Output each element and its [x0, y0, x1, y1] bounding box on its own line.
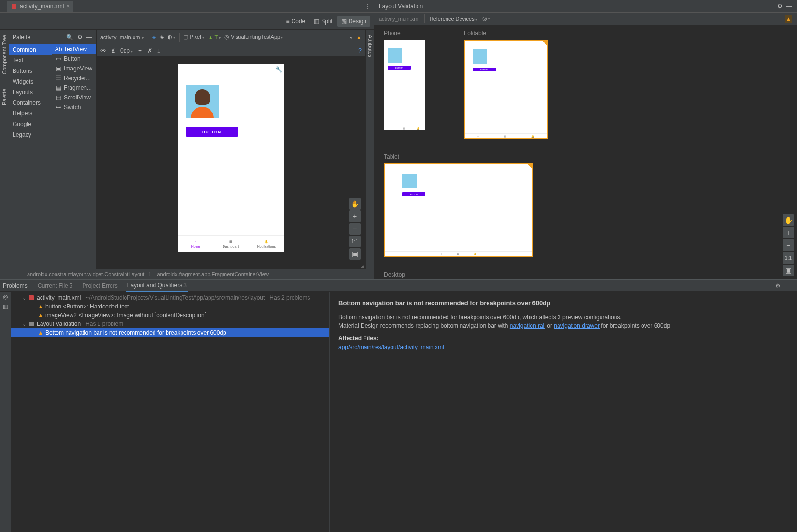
- phone-preview[interactable]: 🔧 BUTTON ⌂Home ▦Dashboard 🔔Notifications: [178, 64, 284, 252]
- devices-dropdown[interactable]: Reference Devices▾: [430, 16, 477, 22]
- code-icon: ≡: [286, 18, 290, 25]
- palette-item-imageview[interactable]: ▣ImageView: [52, 64, 96, 73]
- zoom-in-button[interactable]: +: [783, 227, 794, 238]
- nav-dashboard[interactable]: ▦Dashboard: [213, 236, 249, 252]
- design-toolbar-secondary: 👁 ⊻ 0dp▾ ✦ ✗ 𝙸 ?: [97, 44, 365, 57]
- palette-item-fragment[interactable]: ▤Fragmen...: [52, 83, 96, 93]
- tree-warning-node[interactable]: ▲ imageView2 <ImageView>: Image without …: [11, 311, 329, 320]
- zoom-fit-button[interactable]: 1:1: [349, 236, 361, 247]
- zoom-fit-button[interactable]: 1:1: [783, 252, 794, 264]
- tab-current-file[interactable]: Current File5: [37, 280, 73, 291]
- link-nav-drawer[interactable]: navigation drawer: [554, 322, 600, 329]
- design-mode-button[interactable]: ▧ Design: [337, 16, 370, 27]
- device-label: Tablet: [384, 154, 533, 160]
- zoom-out-button[interactable]: −: [349, 223, 361, 235]
- breadcrumb-item[interactable]: androidx.fragment.app.FragmentContainerV…: [157, 271, 269, 277]
- eye-icon[interactable]: 👁: [100, 47, 106, 54]
- close-icon[interactable]: ×: [66, 3, 70, 10]
- zoom-actual-button[interactable]: ▣: [349, 248, 361, 260]
- affected-file-link[interactable]: app/src/main/res/layout/activity_main.xm…: [338, 343, 788, 351]
- layout-icon[interactable]: ▥: [3, 303, 8, 310]
- app-dropdown[interactable]: ◎ VisualLintingTestApp▾: [224, 34, 283, 40]
- switch-icon: ⊷: [55, 104, 62, 111]
- nav-home[interactable]: ⌂Home: [178, 236, 213, 252]
- palette-cat-layouts[interactable]: Layouts: [9, 87, 52, 98]
- tree-group-node[interactable]: ⌄ Layout Validation Has 1 problem: [11, 320, 329, 328]
- palette-cat-legacy[interactable]: Legacy: [9, 129, 52, 140]
- warning-icon[interactable]: ▲: [356, 34, 362, 40]
- minimize-icon[interactable]: —: [788, 282, 794, 289]
- layout-validation-panel: Layout Validation ⚙ — activity_main.xml …: [374, 0, 797, 279]
- zoom-actual-button[interactable]: ▣: [783, 265, 794, 276]
- minimize-icon[interactable]: —: [86, 34, 92, 41]
- device-tablet: Tablet BUTTON ⌂▦🔔: [384, 154, 533, 257]
- palette-cat-containers[interactable]: Containers: [9, 98, 52, 108]
- palette-side-tab[interactable]: Palette: [1, 89, 7, 105]
- avatar-image[interactable]: [186, 85, 219, 118]
- minimize-icon[interactable]: —: [786, 3, 792, 10]
- breadcrumb-item[interactable]: androidx.constraintlayout.widget.Constra…: [27, 271, 144, 277]
- palette-cat-google[interactable]: Google: [9, 119, 52, 129]
- device-dropdown[interactable]: ▢ Pixel▾: [183, 34, 204, 40]
- bell-icon: 🔔: [264, 240, 268, 244]
- split-mode-button[interactable]: ▥ Split: [310, 16, 336, 27]
- clear-icon[interactable]: ✗: [147, 47, 152, 54]
- palette-item-button[interactable]: ▭Button: [52, 54, 96, 64]
- surface-icon[interactable]: ◈: [152, 34, 156, 40]
- attributes-side-tab[interactable]: Attributes: [367, 35, 373, 57]
- problems-tab-bar: Problems: Current File5 Project Errors L…: [0, 280, 797, 292]
- palette-cat-text[interactable]: Text: [9, 55, 52, 66]
- warning-icon[interactable]: ▲: [785, 15, 792, 23]
- palette-cat-buttons[interactable]: Buttons: [9, 66, 52, 76]
- resize-corner-icon[interactable]: ◢: [361, 263, 364, 268]
- search-icon[interactable]: 🔍: [66, 34, 73, 41]
- eye-icon[interactable]: ◎▾: [482, 15, 490, 22]
- theme-dropdown[interactable]: ▲ T▾: [208, 34, 221, 40]
- gear-icon[interactable]: ⚙: [77, 34, 83, 41]
- device-foldable: Foldable BUTTON ⌂▦🔔: [464, 30, 548, 139]
- tree-warning-node[interactable]: ▲ button <Button>: Hardcoded text: [11, 302, 329, 311]
- palette-item-scrollview[interactable]: ▤ScrollView: [52, 93, 96, 102]
- foldable-preview[interactable]: BUTTON ⌂▦🔔: [464, 40, 548, 139]
- palette-item-recycler[interactable]: ☰Recycler...: [52, 73, 96, 83]
- palette-item-switch[interactable]: ⊷Switch: [52, 102, 96, 112]
- help-icon[interactable]: ?: [358, 47, 362, 54]
- zoom-in-button[interactable]: +: [349, 210, 361, 222]
- surface-icon-2[interactable]: ◈: [160, 34, 164, 40]
- guideline-icon[interactable]: 𝙸: [157, 47, 161, 54]
- palette-cat-helpers[interactable]: Helpers: [9, 108, 52, 119]
- nav-notifications[interactable]: 🔔Notifications: [249, 236, 284, 252]
- code-mode-button[interactable]: ≡ Code: [282, 16, 309, 27]
- pan-button[interactable]: ✋: [349, 198, 361, 210]
- bottom-navigation[interactable]: ⌂Home ▦Dashboard 🔔Notifications: [178, 235, 284, 252]
- magnet-icon[interactable]: ⊻: [111, 47, 115, 54]
- palette-cat-common[interactable]: Common: [9, 44, 52, 55]
- tab-project-errors[interactable]: Project Errors: [81, 280, 118, 291]
- tab-layout-qualifiers[interactable]: Layout and Qualifiers3: [126, 280, 188, 292]
- design-canvas[interactable]: 🔧 BUTTON ⌂Home ▦Dashboard 🔔Notifications…: [97, 57, 365, 269]
- gear-icon[interactable]: ⚙: [777, 3, 783, 10]
- link-nav-rail[interactable]: navigation rail: [510, 322, 545, 329]
- zoom-out-button[interactable]: −: [783, 239, 794, 251]
- tree-warning-node[interactable]: ▲ Bottom navigation bar is not recommend…: [11, 328, 329, 337]
- tablet-preview[interactable]: BUTTON ⌂▦🔔: [384, 163, 533, 257]
- file-tab[interactable]: activity_main.xml ×: [7, 1, 73, 12]
- fragment-icon: ▤: [55, 84, 62, 91]
- button-widget[interactable]: BUTTON: [186, 127, 238, 137]
- warning-icon: ▲: [38, 303, 43, 310]
- palette-item-textview[interactable]: AbTextView: [52, 44, 96, 54]
- tab-menu-icon[interactable]: ⋮: [361, 3, 374, 10]
- gear-icon[interactable]: ⚙: [775, 282, 781, 289]
- overflow-icon[interactable]: »: [350, 34, 352, 40]
- device-desktop: Desktop: [384, 271, 787, 278]
- phone-preview[interactable]: BUTTON ⌂▦🔔: [384, 40, 425, 130]
- dp-label[interactable]: 0dp▾: [120, 47, 133, 54]
- pan-button[interactable]: ✋: [783, 214, 794, 226]
- tree-file-node[interactable]: ⌄ activity_main.xml ~/AndroidStudioProje…: [11, 294, 329, 302]
- component-tree-side-tab[interactable]: Component Tree: [1, 35, 7, 74]
- eye-icon[interactable]: ◎: [3, 294, 8, 300]
- file-dropdown[interactable]: activity_main.xml▾: [100, 34, 144, 40]
- palette-cat-widgets[interactable]: Widgets: [9, 76, 52, 87]
- wand-icon[interactable]: ✦: [138, 47, 142, 54]
- orientation-icon[interactable]: ◐▾: [168, 34, 175, 40]
